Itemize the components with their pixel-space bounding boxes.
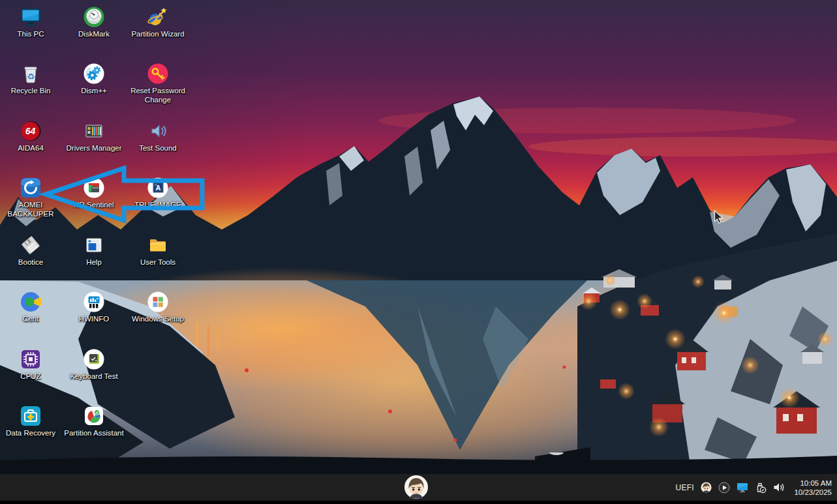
desktop-icon-label: User Tools [127,258,189,267]
drivers-manager-icon [83,120,105,142]
windows-setup-icon [147,291,169,313]
desktop-icon-label: CPUZ [0,372,61,381]
svg-text:♻: ♻ [27,72,35,82]
desktop-icon-label: Dism++ [63,87,125,96]
taskbar: UEFI 10:05 AM 10/23/2025 [0,474,837,504]
desktop-icon-drivers-manager[interactable]: Drivers Manager [63,120,125,153]
cent-browser-icon [20,291,42,313]
desktop-icon-label: Keyboard Test [63,372,125,381]
wallpaper [0,0,837,474]
partition-assistant-icon [83,405,105,427]
desktop-icon-partition-wizard[interactable]: Partition Wizard [127,6,189,39]
volume-icon[interactable] [773,482,785,492]
avatar-start-icon [404,475,429,499]
test-sound-icon [147,120,169,142]
desktop-icon-label: AIDA64 [0,144,61,153]
desktop-icon-dism[interactable]: Dism++ [63,63,125,96]
desktop-icon-label: Windows Setup [127,315,189,324]
desktop-icon-label: Bootice [0,258,61,267]
clock-date: 10/23/2025 [791,488,832,497]
desktop-icon-test-sound[interactable]: Test Sound [127,120,189,153]
aida64-icon: 64 [20,120,42,142]
desktop-icon-label: Cent [0,315,61,324]
desktop-icon-reset-password[interactable]: Reset Password Change [127,63,189,104]
desktop-icon-label: Test Sound [127,144,189,153]
desktop-icon-label: Partition Assistant [63,429,125,438]
desktop-icon-label: Recycle Bin [0,87,61,96]
system-tray: UEFI 10:05 AM 10/23/2025 [675,474,832,501]
clock[interactable]: 10:05 AM 10/23/2025 [791,479,832,497]
desktop-icon-hwinfo[interactable]: HWINFO [63,291,125,324]
recycle-bin-icon: ♻ [20,63,42,85]
diskmark-icon [83,6,105,28]
desktop-icon-data-recovery[interactable]: Data Recovery [0,405,61,438]
dism-icon [83,63,105,85]
partition-wizard-icon [147,6,169,28]
desktop-icon-this-pc[interactable]: This PC [0,6,61,39]
desktop-icon-diskmark[interactable]: DiskMark [63,6,125,39]
desktop-icon-user-tools[interactable]: User Tools [127,234,189,267]
desktop-icon-bootice[interactable]: Bootice [0,234,61,267]
keyboard-test-icon [83,348,105,370]
desktop-icon-help[interactable]: Help [63,234,125,267]
annotation-arrow-left [38,160,210,228]
user-tools-icon [147,234,169,256]
desktop[interactable]: This PC ♻ Recycle Bin 64 AIDA64 AOMEI BA… [0,0,837,504]
mouse-cursor [714,210,724,224]
desktop-icon-label: HWINFO [63,315,125,324]
desktop-icon-cpuz[interactable]: CPUZ [0,348,61,381]
desktop-icon-label: Help [63,258,125,267]
desktop-icon-partition-assistant[interactable]: Partition Assistant [63,405,125,438]
reset-password-icon [147,63,169,85]
desktop-icon-cent[interactable]: Cent [0,291,61,324]
bootice-icon [20,234,42,256]
start-button[interactable] [404,475,429,499]
desktop-icon-keyboard-test[interactable]: Keyboard Test [63,348,125,381]
desktop-icon-recycle-bin[interactable]: ♻ Recycle Bin [0,63,61,96]
safely-remove-usb-icon[interactable] [755,482,767,494]
desktop-icon-label: DiskMark [63,30,125,39]
hwinfo-icon [83,291,105,313]
this-pc-icon [20,6,42,28]
desktop-icon-label: Drivers Manager [63,144,125,153]
media-play-icon[interactable] [718,482,730,494]
svg-text:64: 64 [25,126,36,136]
user-avatar-icon[interactable] [701,482,712,493]
data-recovery-icon [20,405,42,427]
desktop-icon-label: Reset Password Change [127,87,189,104]
help-icon [83,234,105,256]
desktop-icon-label: Partition Wizard [127,30,189,39]
desktop-icon-windows-setup[interactable]: Windows Setup [127,291,189,324]
desktop-icon-label: This PC [0,30,61,39]
uefi-label: UEFI [675,483,694,492]
desktop-icon-aida64[interactable]: 64 AIDA64 [0,120,61,153]
cpuz-icon [20,348,42,370]
display-icon[interactable] [737,482,748,493]
clock-time: 10:05 AM [791,479,832,488]
desktop-icon-label: Data Recovery [0,429,61,438]
